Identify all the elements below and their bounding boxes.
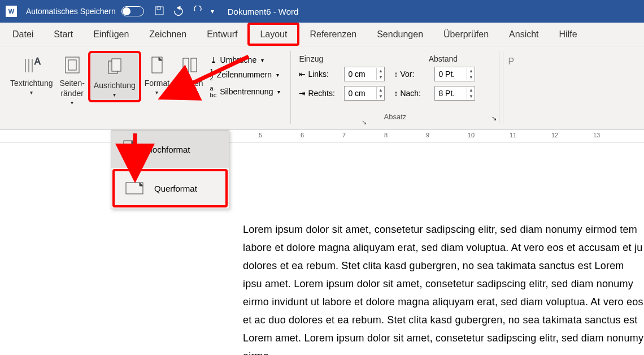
indent-right-input[interactable] [345, 89, 376, 98]
ruler-number: 7 [342, 132, 346, 138]
spacing-before-icon: ↕ [394, 70, 398, 79]
columns-label: Spalten [176, 78, 203, 88]
spacing-before-spinner[interactable]: ▲▼ [434, 67, 475, 81]
ruler-number: 13 [593, 132, 600, 138]
line-numbers-icon: 12 [210, 68, 214, 81]
step-down-icon[interactable]: ▼ [377, 74, 384, 80]
hyphenation-button[interactable]: a-bc Silbentrennung ▾ [210, 85, 281, 98]
svg-rect-1 [157, 7, 160, 10]
chevron-down-icon: ▾ [30, 89, 33, 96]
indent-heading: Einzug [299, 54, 395, 63]
breaks-icon: ⤓ [210, 55, 217, 64]
quick-access-toolbar: ▾ [154, 6, 214, 18]
group-page-setup: A Textrichtung ▾ Seiten- ränder ▾ Ausric… [3, 51, 287, 124]
step-up-icon[interactable]: ▲ [467, 87, 475, 93]
paragraph-launcher-icon[interactable]: ↘ [491, 115, 497, 122]
orientation-portrait-label: Hochformat [146, 145, 190, 154]
size-label: Format [145, 78, 169, 88]
customize-qat-icon[interactable]: ▾ [211, 7, 214, 15]
margins-label: Seiten- ränder [59, 78, 84, 98]
tab-start[interactable]: Start [43, 23, 83, 46]
svg-rect-6 [112, 59, 121, 71]
chevron-down-icon: ▾ [113, 92, 116, 98]
tab-referenzen[interactable]: Referenzen [299, 23, 367, 46]
chevron-down-icon: ▾ [277, 89, 280, 95]
indent-left-icon: ⇤ [299, 70, 306, 79]
chevron-down-icon: ▾ [188, 89, 191, 96]
document-body-text[interactable]: Lorem ipsum dolor sit amet, consetetur s… [243, 220, 644, 355]
indent-right-spinner[interactable]: ▲▼ [344, 86, 385, 101]
step-up-icon[interactable]: ▲ [467, 68, 475, 74]
svg-rect-3 [66, 57, 79, 73]
tab-hilfe[interactable]: Hilfe [549, 23, 588, 46]
spacing-after-spinner[interactable]: ▲▼ [434, 86, 475, 101]
svg-rect-8 [183, 58, 189, 72]
tab-zeichnen[interactable]: Zeichnen [139, 23, 197, 46]
line-numbers-button[interactable]: 12 Zeilennummern ▾ [210, 68, 281, 81]
svg-rect-0 [155, 7, 163, 15]
tab-ueberpruefen[interactable]: Überprüfen [433, 23, 499, 46]
svg-text:A: A [34, 57, 41, 66]
ruler-number: 8 [384, 132, 388, 138]
columns-button[interactable]: Spalten ▾ [173, 51, 206, 98]
tab-ansicht[interactable]: Ansicht [499, 23, 549, 46]
spacing-after-label: ↕Nach: [394, 89, 425, 98]
indent-left-label: ⇤Links: [299, 70, 335, 79]
ruler-number: 11 [510, 132, 516, 138]
autosave-label: Automatisches Speichern [26, 7, 116, 16]
tab-sendungen[interactable]: Sendungen [367, 23, 433, 46]
orientation-landscape-label: Querformat [154, 184, 197, 193]
page-setup-small-controls: ⤓ Umbrüche ▾ 12 Zeilennummern ▾ a-bc Sil… [207, 51, 284, 103]
step-down-icon[interactable]: ▼ [467, 93, 475, 99]
spacing-after-input[interactable] [435, 89, 467, 98]
word-app-icon: W [6, 6, 17, 17]
autosave-toggle[interactable]: Automatisches Speichern [26, 6, 144, 16]
orientation-landscape-item[interactable]: Querformat [112, 169, 228, 207]
line-numbers-label: Zeilennummern [217, 70, 272, 79]
horizontal-ruler[interactable]: 345678910111213 [0, 130, 644, 142]
margins-button[interactable]: Seiten- ränder ▾ [56, 51, 88, 108]
step-down-icon[interactable]: ▼ [377, 93, 384, 99]
orientation-portrait-item[interactable]: Hochformat [111, 131, 229, 168]
ruler-number: 12 [551, 132, 558, 138]
step-down-icon[interactable]: ▼ [467, 74, 475, 80]
title-bar: W Automatisches Speichern ▾ Dokument6 - … [0, 0, 644, 23]
chevron-down-icon: ▾ [155, 89, 158, 96]
tab-datei[interactable]: Datei [2, 23, 43, 46]
save-icon[interactable] [154, 6, 164, 18]
tab-layout[interactable]: Layout [247, 23, 299, 46]
tab-entwurf[interactable]: Entwurf [197, 23, 247, 46]
spacing-before-input[interactable] [435, 70, 467, 79]
paragraph-group-label: Absatz [384, 112, 407, 121]
svg-rect-9 [191, 58, 197, 72]
ruler-number: 10 [468, 132, 475, 138]
indent-right-icon: ⇥ [299, 89, 306, 98]
toggle-switch-icon[interactable] [121, 6, 144, 16]
undo-icon[interactable] [172, 6, 185, 18]
text-direction-button[interactable]: A Textrichtung ▾ [7, 51, 56, 98]
orientation-dropdown: Hochformat Querformat [111, 130, 229, 209]
spacing-after-icon: ↕ [394, 89, 398, 98]
indent-left-input[interactable] [345, 70, 376, 79]
step-up-icon[interactable]: ▲ [377, 68, 384, 74]
text-direction-label: Textrichtung [10, 78, 53, 88]
indent-left-spinner[interactable]: ▲▼ [344, 67, 385, 81]
position-button-cropped[interactable]: P [503, 51, 519, 124]
ruler-number: 6 [301, 132, 304, 138]
breaks-button[interactable]: ⤓ Umbrüche ▾ [210, 55, 281, 64]
ruler-number: 5 [259, 132, 262, 138]
tab-einfuegen[interactable]: Einfügen [83, 23, 139, 46]
redo-icon[interactable] [193, 6, 203, 18]
chevron-down-icon: ▾ [261, 57, 264, 63]
document-title: Dokument6 - Word [228, 7, 299, 16]
step-up-icon[interactable]: ▲ [377, 87, 384, 93]
chevron-down-icon: ▾ [276, 72, 279, 78]
spacing-before-label: ↕Vor: [394, 70, 425, 79]
chevron-down-icon: ▾ [71, 99, 73, 106]
ribbon-layout: A Textrichtung ▾ Seiten- ränder ▾ Ausric… [0, 46, 644, 130]
orientation-label: Ausrichtung [94, 80, 136, 90]
svg-rect-4 [68, 60, 76, 70]
hyphenation-label: Silbentrennung [220, 87, 273, 96]
orientation-button[interactable]: Ausrichtung ▾ [88, 51, 141, 102]
size-button[interactable]: Format ▾ [141, 51, 173, 98]
